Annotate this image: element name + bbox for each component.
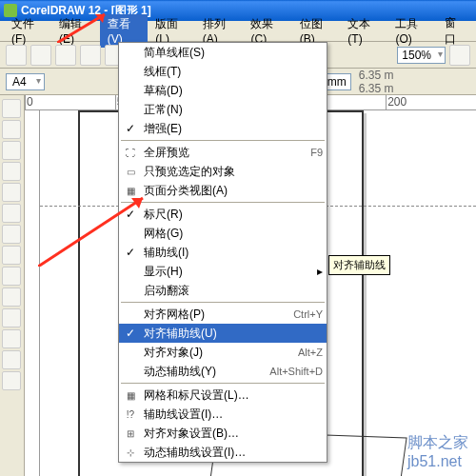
outline-tool[interactable] xyxy=(2,329,21,348)
menu-icon xyxy=(123,364,138,379)
menu-item-label: 对齐对象设置(B)… xyxy=(144,426,323,442)
watermark: 脚本之家jb51.net xyxy=(407,433,468,470)
check-icon: ✓ xyxy=(123,121,138,136)
check-icon: ✓ xyxy=(123,326,138,341)
menu-item-18[interactable]: 对齐对象(J)Alt+Z xyxy=(119,343,327,362)
zoom-tool[interactable] xyxy=(2,141,21,160)
menu-icon: ⊞ xyxy=(123,426,138,441)
open-button[interactable] xyxy=(30,45,51,66)
menu-item-label: 网格(G) xyxy=(144,226,323,242)
menu-item-label: 辅助线设置(I)… xyxy=(144,407,323,423)
polygon-tool[interactable] xyxy=(2,225,21,244)
menu-1[interactable]: 编辑(E) xyxy=(51,14,100,48)
menu-item-label: 动态辅助线(Y) xyxy=(144,364,264,380)
menu-item-label: 辅助线(I) xyxy=(144,245,323,261)
menu-item-21[interactable]: ▦网格和标尺设置(L)… xyxy=(119,386,327,405)
menu-item-label: 草稿(D) xyxy=(144,83,323,99)
menu-item-6[interactable]: ⛶全屏预览F9 xyxy=(119,143,327,162)
zoom-select[interactable]: 150% xyxy=(397,47,446,64)
dim-readout: 6.35 m6.35 m xyxy=(359,69,394,95)
text-tool[interactable] xyxy=(2,267,21,286)
menu-icon: ▦ xyxy=(123,387,138,403)
menu-icon xyxy=(123,345,138,360)
menu-icon: ⛶ xyxy=(123,145,138,160)
view-menu-dropdown: 简单线框(S)线框(T)草稿(D)正常(N)✓增强(E)⛶全屏预览F9▭只预览选… xyxy=(118,42,327,463)
save-button[interactable] xyxy=(55,45,76,66)
menu-shortcut: Alt+Z xyxy=(298,347,323,358)
menu-item-16[interactable]: 对齐网格(P)Ctrl+Y xyxy=(119,305,327,324)
menu-icon: ⊹ xyxy=(123,445,138,460)
menu-separator xyxy=(121,383,325,384)
tool-button[interactable] xyxy=(449,45,470,66)
menu-item-label: 线框(T) xyxy=(144,64,323,80)
paper-select[interactable]: A4 xyxy=(6,73,45,90)
basic-shapes-tool[interactable] xyxy=(2,246,21,265)
fill-tool[interactable] xyxy=(2,350,21,369)
menu-item-label: 标尺(R) xyxy=(144,207,323,223)
menu-icon xyxy=(123,64,138,79)
menu-item-2[interactable]: 草稿(D) xyxy=(119,81,327,100)
shape-tool[interactable] xyxy=(2,120,21,139)
ellipse-tool[interactable] xyxy=(2,204,21,223)
menu-item-11[interactable]: 网格(G) xyxy=(119,224,327,243)
freehand-tool[interactable] xyxy=(2,162,21,181)
menu-item-label: 只预览选定的对象 xyxy=(144,164,323,180)
menu-item-label: 正常(N) xyxy=(144,102,323,118)
vertical-ruler xyxy=(25,110,40,476)
menu-icon xyxy=(123,226,138,241)
menu-item-10[interactable]: ✓标尺(R) xyxy=(119,205,327,224)
menu-icon xyxy=(123,283,138,298)
menu-tooltip: 对齐辅助线 xyxy=(328,255,390,275)
menu-item-label: 显示(H) xyxy=(144,264,311,280)
menu-item-8[interactable]: ▦页面分类视图(A) xyxy=(119,181,327,200)
menu-icon: ▦ xyxy=(123,183,138,198)
menu-7[interactable]: 文本(T) xyxy=(340,14,387,48)
menu-item-24[interactable]: ⊹动态辅助线设置(I)… xyxy=(119,443,327,462)
new-button[interactable] xyxy=(6,45,27,66)
menu-separator xyxy=(121,302,325,303)
menu-item-19[interactable]: 动态辅助线(Y)Alt+Shift+D xyxy=(119,362,327,381)
menu-item-label: 启动翻滚 xyxy=(144,283,323,299)
menu-9[interactable]: 窗口 xyxy=(437,13,472,50)
menu-item-0[interactable]: 简单线框(S) xyxy=(119,43,327,62)
menu-icon xyxy=(123,264,138,279)
menu-shortcut: Ctrl+Y xyxy=(293,308,323,320)
menu-shortcut: Alt+Shift+D xyxy=(269,366,323,377)
menu-item-14[interactable]: 启动翻滚 xyxy=(119,281,327,300)
menu-item-label: 对齐网格(P) xyxy=(144,307,288,323)
check-icon: ✓ xyxy=(123,207,138,222)
menu-icon xyxy=(123,45,138,60)
submenu-arrow-icon: ▸ xyxy=(317,265,323,278)
menu-0[interactable]: 文件(F) xyxy=(4,14,51,48)
menu-8[interactable]: 工具(O) xyxy=(387,14,437,48)
menu-item-7[interactable]: ▭只预览选定的对象 xyxy=(119,162,327,181)
menu-item-label: 对齐辅助线(U) xyxy=(144,326,323,342)
menu-item-12[interactable]: ✓辅助线(I) xyxy=(119,243,327,262)
menu-bar: 文件(F)编辑(E)查看(V)版面(L)排列(A)效果(C)位图(B)文本(T)… xyxy=(0,21,476,42)
menu-item-17[interactable]: ✓对齐辅助线(U) xyxy=(119,324,327,343)
rectangle-tool[interactable] xyxy=(2,183,21,202)
menu-separator xyxy=(121,140,325,141)
menu-icon: !? xyxy=(123,407,138,422)
menu-item-label: 对齐对象(J) xyxy=(144,345,292,361)
menu-item-13[interactable]: 显示(H)▸ xyxy=(119,262,327,281)
print-button[interactable] xyxy=(80,45,101,66)
menu-item-1[interactable]: 线框(T) xyxy=(119,62,327,81)
menu-icon xyxy=(123,307,138,322)
menu-icon xyxy=(123,83,138,98)
menu-icon xyxy=(123,102,138,117)
eyedropper-tool[interactable] xyxy=(2,308,21,327)
menu-item-label: 页面分类视图(A) xyxy=(144,183,323,199)
menu-item-22[interactable]: !?辅助线设置(I)… xyxy=(119,405,327,424)
menu-item-3[interactable]: 正常(N) xyxy=(119,100,327,119)
interactive-fill-tool[interactable] xyxy=(2,371,21,390)
menu-item-23[interactable]: ⊞对齐对象设置(B)… xyxy=(119,424,327,443)
check-icon: ✓ xyxy=(123,245,138,260)
blend-tool[interactable] xyxy=(2,288,21,307)
menu-item-4[interactable]: ✓增强(E) xyxy=(119,119,327,138)
pick-tool[interactable] xyxy=(2,99,21,118)
menu-separator xyxy=(121,202,325,203)
toolbox xyxy=(0,95,25,476)
menu-item-label: 网格和标尺设置(L)… xyxy=(144,387,323,404)
menu-shortcut: F9 xyxy=(310,147,323,158)
